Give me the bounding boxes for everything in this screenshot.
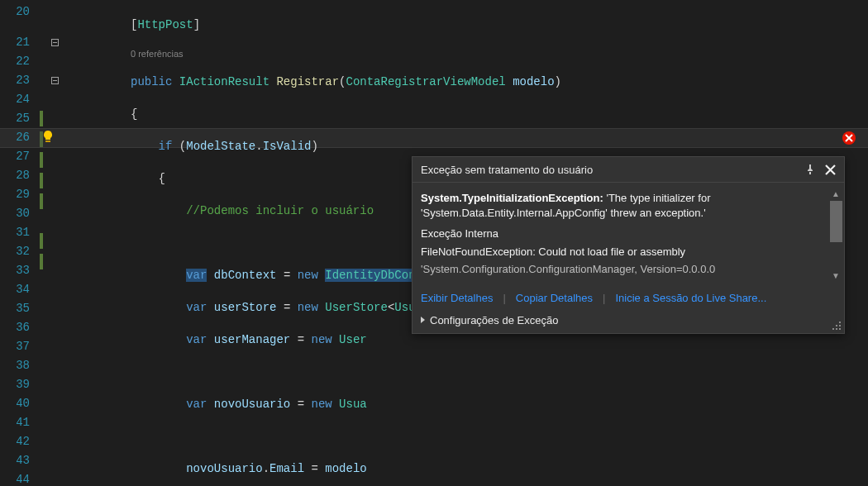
inner-exception-message: FileNotFoundException: Could not load fi…	[421, 245, 809, 260]
liveshare-link[interactable]: Inicie a Sessão do Live Share...	[615, 292, 766, 304]
inner-exception-detail: 'System.Configuration.ConfigurationManag…	[421, 262, 809, 277]
show-details-link[interactable]: Exibir Detalhes	[421, 292, 493, 304]
resize-grip-icon[interactable]	[831, 320, 841, 330]
exception-settings-link[interactable]: Configurações de Exceção	[430, 314, 558, 326]
scroll-up-icon[interactable]: ▲	[830, 188, 842, 200]
svg-rect-0	[45, 141, 50, 142]
pin-icon[interactable]	[803, 162, 818, 177]
attribute: HttpPost	[137, 18, 193, 31]
exception-type: System.TypeInitializationException:	[421, 192, 603, 204]
line-number: 20	[0, 2, 30, 21]
fold-toggle-icon[interactable]	[51, 39, 59, 46]
lightbulb-icon[interactable]	[41, 130, 55, 143]
copy-details-link[interactable]: Copiar Detalhes	[516, 292, 593, 304]
exception-body: System.TypeInitializationException: 'The…	[413, 183, 844, 287]
inner-exception-label: Exceção Interna	[421, 226, 809, 241]
fold-column[interactable]	[46, 0, 63, 486]
close-icon[interactable]	[823, 162, 837, 177]
error-icon	[842, 131, 856, 145]
expand-icon[interactable]	[421, 317, 425, 323]
scroll-thumb[interactable]	[830, 201, 842, 242]
change-marker-column	[40, 0, 46, 486]
codelens-references[interactable]: 0 referências	[131, 48, 868, 60]
exception-popup: Exceção sem tratamento do usuário System…	[412, 156, 845, 334]
fold-toggle-icon[interactable]	[51, 77, 59, 84]
line-number-gutter: 20 21222324 25262728 29303132 33343536 3…	[0, 0, 40, 486]
exception-title: Exceção sem tratamento do usuário	[421, 164, 798, 176]
popup-scrollbar[interactable]: ▲ ▼	[829, 188, 842, 282]
scroll-down-icon[interactable]: ▼	[830, 269, 842, 282]
